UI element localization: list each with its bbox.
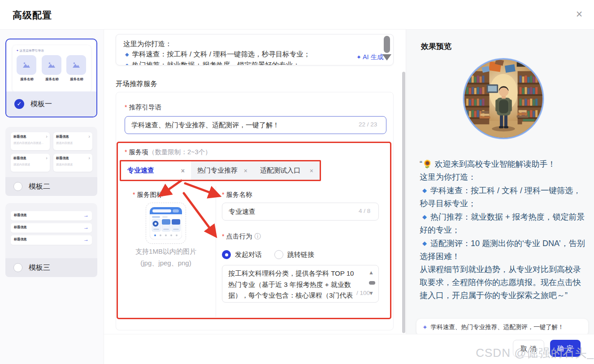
upload-hint-line-1: 支持1MB以内的图片 (121, 247, 211, 256)
template-3-preview: 标题信息 → 标题信息 → 标题信息 → (11, 211, 92, 247)
icon-field-label: 服务图标 (133, 191, 163, 199)
guide-label: 推荐引导语 (125, 103, 161, 112)
diamond-bullet-icon: ◆ (422, 240, 427, 247)
dialog-header: 高级配置 × (0, 0, 594, 30)
chevron-right-icon: › (88, 134, 90, 139)
tab-service-2[interactable]: 热门专业推荐 × (191, 161, 254, 180)
guide-input[interactable]: 学科速查、热门专业推荐、适配测评，一键了解！ (125, 116, 386, 134)
template-1-tiles: 服务名称 服务名称 服务名称 (13, 55, 91, 83)
radio-jump-link-label[interactable]: 跳转链接 (287, 251, 314, 259)
click-behavior-radios: 发起对话 跳转链接 (222, 250, 327, 259)
template-3-selector[interactable]: 模板三 (5, 258, 97, 277)
radio-start-chat-label[interactable]: 发起对话 (235, 251, 262, 259)
tab-close-icon[interactable]: × (181, 167, 185, 174)
effect-preview-panel: 效果预览 (406, 30, 594, 334)
scroll-up-icon[interactable]: ▲ (369, 269, 374, 276)
template-1-selector[interactable]: ✓ 模板一 (6, 91, 96, 117)
arrow-right-icon: → (83, 212, 89, 218)
template-2-selector[interactable]: 模板二 (5, 177, 97, 196)
behavior-textarea[interactable]: 按工科文科理科分类，提供各学科 TOP 10 热门专业（基于近 3 年报考热度 … (222, 265, 379, 303)
scroll-down-arrow-icon[interactable] (382, 54, 391, 61)
tab-service-3[interactable]: 适配测试入口 × (254, 161, 320, 180)
image-placeholder-icon (42, 55, 61, 75)
template-2-label: 模板二 (29, 182, 50, 191)
info-row: 标题信息 → (11, 223, 92, 233)
services-label: 服务项（数量限制：2~3个） (125, 148, 212, 156)
radio-jump-link[interactable] (274, 250, 283, 259)
sparkle-icon: ✦ (16, 49, 19, 52)
diamond-bullet-icon: ◆ (125, 52, 129, 57)
textarea-scrollbar-thumb[interactable] (369, 281, 375, 285)
template-card-1[interactable]: ✦ 这里是推荐引导语 服务名称 服务名称 (5, 39, 97, 117)
preview-bullet-line: ◆学科速查：按工科 / 文科 / 理科一键筛选，秒寻目标专业； (420, 184, 587, 210)
avatar-illustration (464, 60, 542, 138)
intro-bullet-line: ◆学科速查：按工科 / 文科 / 理科一键筛选，秒寻目标专业； (123, 49, 380, 60)
main-scrollbar[interactable] (402, 72, 405, 333)
welcome-text-editor[interactable]: 这里为你打造： ◆学科速查：按工科 / 文科 / 理科一键筛选，秒寻目标专业； … (116, 34, 394, 65)
arrow-right-icon: → (83, 224, 89, 230)
intro-scrollbar-thumb[interactable] (384, 36, 390, 53)
service-icon-thumbnail (150, 207, 182, 239)
image-placeholder-icon (66, 55, 86, 75)
arrow-right-icon: → (83, 236, 89, 243)
template-sidebar: ✦ 这里是推荐引导语 服务名称 服务名称 (0, 30, 104, 364)
avatar (463, 58, 544, 139)
section-title: 开场推荐服务 (116, 79, 157, 89)
checked-radio-icon[interactable]: ✓ (14, 99, 24, 109)
diamond-bullet-icon: ◆ (422, 213, 427, 220)
template-card-2[interactable]: 标题信息 › 描述内容描述内容描述... 标题信息 › 描述内容描述 标题信息 … (5, 127, 97, 196)
info-row: 标题信息 → (11, 211, 92, 221)
name-field-label: 服务名称 (222, 191, 252, 199)
sparkle-icon: ✦ (356, 54, 361, 61)
preview-line: 这里为你打造： (420, 171, 587, 184)
preview-message: “🌻 欢迎来到高校专业智能解读助手！ 这里为你打造： ◆学科速查：按工科 / 文… (420, 158, 587, 302)
page-title: 高级配置 (13, 9, 52, 22)
info-mini-card: 标题信息 › 描述内容描述 (53, 132, 92, 150)
template-card-3[interactable]: 标题信息 → 标题信息 → 标题信息 → 模板三 (5, 203, 97, 277)
unchecked-radio-icon[interactable] (13, 182, 22, 191)
behavior-char-counter: / 100 (356, 290, 370, 296)
preview-closing-line: 从课程细节到就业趋势，从专业对比到高校录取要求，全程陪伴你的志愿填报。现在点击快… (420, 263, 587, 302)
preview-title: 效果预览 (421, 41, 451, 52)
services-limit-hint: （数量限制：2~3个） (148, 148, 212, 156)
dialog-footer: 取消 确定 (104, 334, 594, 364)
info-icon[interactable]: ⓘ (254, 233, 260, 240)
service-name-input[interactable]: 专业速查 (222, 203, 379, 221)
click-behavior-label: 点击行为ⓘ (222, 232, 260, 241)
cancel-button[interactable]: 取消 (513, 340, 544, 357)
template-1-label: 模板一 (30, 100, 52, 109)
tab-close-icon[interactable]: × (244, 167, 247, 174)
intro-line: 这里为你打造： (123, 39, 380, 49)
intro-bullet-line: ◆热门推荐：就业数据 + 报考热度，锁定前景好的专业； (123, 60, 380, 65)
quick-entry-bar[interactable]: ✦ 学科速查、热门专业推荐、适配测评，一键了解！ (416, 319, 588, 336)
icon-upload-box[interactable] (146, 203, 186, 244)
upload-hint-line-2: (jpg、jpeg、png) (121, 259, 211, 268)
chevron-right-icon: › (46, 155, 48, 160)
sparkle-icon: ✦ (422, 324, 428, 331)
service-tile: 服务名称 (66, 55, 87, 83)
template-2-preview: 标题信息 › 描述内容描述内容描述... 标题信息 › 描述内容描述 标题信息 … (11, 132, 92, 175)
chevron-right-icon: › (46, 134, 48, 139)
template-1-guide-hint: ✦ 这里是推荐引导语 (16, 48, 44, 53)
tab-service-1[interactable]: 专业速查 × (121, 161, 191, 180)
ai-generate-button[interactable]: ✦AI 生成 (356, 53, 385, 61)
template-1-preview: ✦ 这里是推荐引导语 服务名称 服务名称 (13, 45, 91, 92)
image-placeholder-icon (17, 55, 36, 75)
name-char-counter: 4 / 8 (359, 208, 370, 214)
info-mini-card: 标题信息 › 描述内容描述 (53, 154, 92, 172)
tab-close-icon[interactable]: × (310, 167, 313, 174)
info-mini-card: 标题信息 › 描述内容描述 (11, 154, 50, 172)
close-icon[interactable]: × (572, 6, 587, 22)
template-3-label: 模板三 (29, 263, 50, 273)
service-tabs: 专业速查 × 热门专业推荐 × 适配测试入口 × (121, 161, 320, 180)
radio-start-chat[interactable] (222, 250, 231, 259)
column-divider (216, 186, 216, 317)
preview-opening-line: “🌻 欢迎来到高校专业智能解读助手！ (420, 158, 587, 171)
advanced-config-dialog: 高级配置 × ✦ 这里是推荐引导语 服务名称 (0, 0, 594, 364)
confirm-button[interactable]: 确定 (550, 340, 581, 357)
diamond-bullet-icon: ◆ (125, 62, 129, 65)
diamond-bullet-icon: ◆ (422, 187, 427, 194)
scroll-down-icon[interactable]: ▼ (369, 290, 374, 296)
preview-bullet-line: ◆适配测评：10 题测出你的‘专业 DNA’，告别选择困难！ (420, 237, 587, 263)
unchecked-radio-icon[interactable] (13, 263, 22, 272)
